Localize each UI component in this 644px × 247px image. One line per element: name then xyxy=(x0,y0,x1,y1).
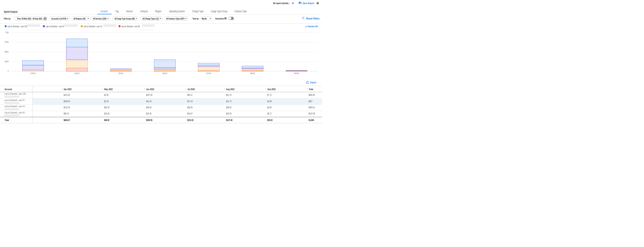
svg-text:08/22: 08/22 xyxy=(250,72,255,75)
svg-text:07/22: 07/22 xyxy=(206,72,211,75)
svg-text:$250: $250 xyxy=(5,60,9,63)
svg-text:$750: $750 xyxy=(5,41,9,43)
svg-text:06/22: 06/22 xyxy=(162,72,167,75)
svg-text:03/22: 03/22 xyxy=(31,72,36,75)
svg-text:04/22: 04/22 xyxy=(74,72,80,75)
svg-text:$1k: $1k xyxy=(6,31,9,34)
svg-text:05/22: 05/22 xyxy=(118,72,124,75)
svg-text:09/22: 09/22 xyxy=(294,72,299,75)
svg-text:$500: $500 xyxy=(5,50,9,53)
svg-text:0: 0 xyxy=(8,70,9,72)
